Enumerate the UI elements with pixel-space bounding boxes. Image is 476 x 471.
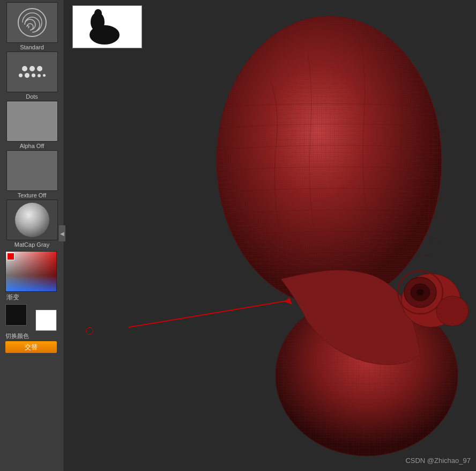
svg-point-3	[94, 9, 102, 18]
dot	[38, 74, 41, 77]
sidebar-item-standard[interactable]: Standard	[5, 2, 59, 50]
dots-row-1	[22, 66, 42, 71]
alpha-thumb	[6, 101, 58, 142]
color-picker-section: 渐变 切换颜色 交替	[5, 251, 59, 353]
svg-line-16	[129, 300, 289, 327]
color-picker-box[interactable]	[5, 251, 57, 292]
dot	[37, 66, 42, 71]
sidebar-item-alpha[interactable]: Alpha Off	[5, 101, 59, 149]
swap-label: 切换颜色	[5, 332, 59, 340]
red-arrow	[118, 284, 311, 340]
dot	[32, 73, 35, 77]
dot	[29, 66, 35, 71]
svg-point-15	[436, 296, 468, 326]
texture-label: Texture Off	[18, 192, 47, 198]
alpha-label: Alpha Off	[20, 143, 44, 149]
dots-label: Dots	[26, 93, 38, 100]
dot	[43, 74, 46, 77]
svg-marker-17	[284, 298, 292, 305]
svg-point-13	[416, 289, 424, 296]
dot	[19, 73, 23, 77]
arrow-icon: ◀	[60, 231, 64, 237]
dot	[22, 66, 27, 71]
sidebar-item-texture[interactable]: Texture Off	[5, 150, 59, 198]
arrow-svg	[118, 284, 311, 338]
arrow-handle[interactable]: ◀	[59, 225, 65, 241]
texture-thumb	[6, 150, 58, 191]
bg-swatch[interactable]	[35, 310, 57, 331]
standard-label: Standard	[20, 44, 44, 50]
dots-row-2	[19, 73, 46, 78]
watermark: CSDN @Zhichao_97	[405, 457, 471, 465]
color-small-square	[7, 253, 14, 260]
main-canvas: CSDN @Zhichao_97	[64, 0, 476, 471]
fg-swatch[interactable]	[5, 304, 27, 326]
gradient-label: 渐变	[5, 293, 59, 302]
matcap-thumb-container	[6, 200, 58, 240]
alpha-preview	[72, 5, 142, 48]
sidebar-item-dots[interactable]: Dots	[5, 51, 59, 100]
spiral-icon	[16, 6, 48, 39]
cursor-circle	[86, 327, 93, 335]
fg-bg-swatches[interactable]	[5, 304, 57, 331]
sidebar-item-matcap[interactable]: MatCap Gray	[5, 200, 59, 248]
matcap-label: MatCap Gray	[14, 241, 49, 248]
svg-point-5	[217, 16, 442, 306]
matcap-sphere	[15, 203, 49, 237]
standard-thumb	[6, 2, 58, 43]
dot	[25, 73, 29, 78]
swap-button[interactable]: 交替	[5, 341, 57, 353]
model-svg	[64, 0, 476, 471]
alpha-preview-svg	[75, 8, 139, 46]
sidebar: Standard Dots Alpha Off Texture Off	[0, 0, 64, 471]
dots-thumb	[6, 51, 58, 92]
